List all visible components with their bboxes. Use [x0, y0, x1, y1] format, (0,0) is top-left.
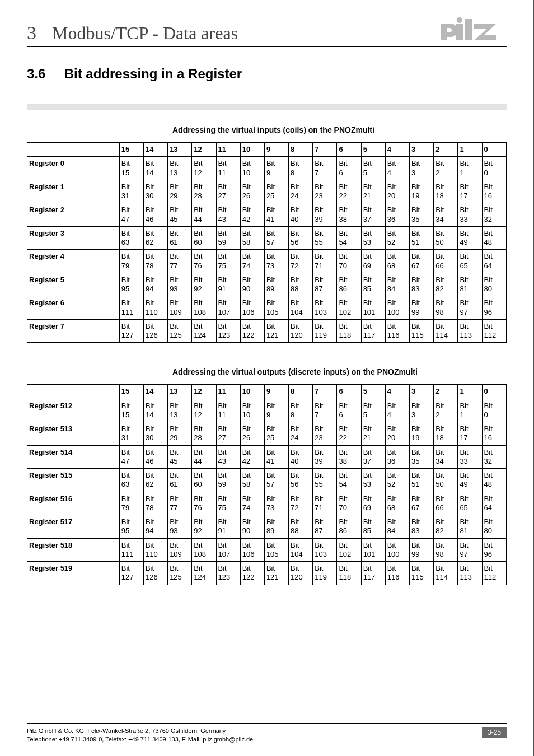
table-cell: Bit85: [361, 273, 385, 296]
table-cell: Bit80: [482, 273, 506, 296]
column-header: 12: [192, 385, 216, 399]
table-cell: Bit23: [313, 422, 337, 446]
table-cell: Bit71: [313, 250, 337, 273]
table-cell: Bit85: [361, 515, 385, 539]
footer-line1: Pilz GmbH & Co. KG, Felix-Wankel-Straße …: [27, 727, 253, 735]
table-cell: Bit111: [119, 296, 143, 320]
table-cell: Bit17: [458, 180, 482, 203]
chapter-number: 3: [27, 22, 36, 44]
table-cell: Bit17: [458, 422, 482, 446]
table-cell: Bit98: [434, 538, 458, 562]
table-row: Register 514Bit47Bit46Bit45Bit44Bit43Bit…: [27, 445, 507, 469]
table-cell: Bit27: [216, 180, 240, 203]
table-cell: Bit14: [143, 157, 167, 180]
row-header: Register 2: [27, 203, 120, 227]
table-cell: Bit101: [361, 296, 385, 320]
table-cell: Bit113: [458, 562, 482, 585]
table-cell: Bit90: [240, 273, 264, 296]
table-cell: Bit91: [216, 273, 240, 296]
table-cell: Bit55: [313, 226, 337, 250]
table-cell: Bit109: [168, 296, 192, 320]
table-cell: Bit112: [482, 319, 506, 343]
table-cell: Bit97: [458, 296, 482, 320]
table-cell: Bit30: [143, 180, 167, 203]
table-cell: Bit53: [361, 469, 385, 492]
table-cell: Bit44: [192, 445, 216, 469]
table-cell: Bit107: [216, 538, 240, 562]
table-cell: Bit55: [313, 469, 337, 492]
table-cell: Bit121: [264, 319, 288, 343]
table-cell: Bit101: [361, 538, 385, 562]
column-header: 12: [192, 143, 216, 157]
table-cell: Bit69: [361, 492, 385, 515]
table-cell: Bit72: [289, 492, 313, 515]
row-header: Register 517: [27, 515, 120, 539]
svg-point-0: [457, 17, 462, 23]
table-cell: Bit119: [313, 319, 337, 343]
table-cell: Bit13: [168, 399, 192, 422]
table-cell: Bit81: [458, 515, 482, 539]
table-cell: Bit35: [410, 445, 434, 469]
table-cell: Bit40: [289, 445, 313, 469]
column-header: 8: [289, 385, 313, 399]
table-cell: Bit43: [216, 445, 240, 469]
table-cell: Bit104: [289, 538, 313, 562]
table-caption: Addressing the virtual inputs (coils) on…: [27, 125, 507, 134]
table-cell: Bit19: [410, 422, 434, 446]
table-cell: Bit12: [192, 157, 216, 180]
grey-divider: [27, 104, 507, 110]
table-cell: Bit32: [482, 445, 506, 469]
table-cell: Bit88: [289, 515, 313, 539]
table-cell: Bit48: [482, 469, 506, 492]
table-cell: Bit28: [192, 422, 216, 446]
page-header: 3 Modbus/TCP - Data areas: [27, 17, 507, 47]
table-cell: Bit65: [458, 492, 482, 515]
table-cell: Bit16: [482, 180, 506, 203]
table-cell: Bit26: [240, 180, 264, 203]
table-cell: Bit61: [168, 469, 192, 492]
table-cell: Bit13: [168, 157, 192, 180]
column-header: 14: [143, 385, 167, 399]
table-cell: Bit1: [458, 157, 482, 180]
section-title: Bit addressing in a Register: [64, 66, 242, 81]
table-cell: Bit92: [192, 515, 216, 539]
table-cell: Bit113: [458, 319, 482, 343]
table-cell: Bit46: [143, 203, 167, 227]
table-cell: Bit15: [119, 399, 143, 422]
table-cell: Bit127: [119, 319, 143, 343]
table-cell: Bit60: [192, 226, 216, 250]
table-cell: Bit93: [168, 273, 192, 296]
table-cell: Bit65: [458, 250, 482, 273]
table-cell: Bit41: [264, 203, 288, 227]
table-cell: Bit59: [216, 226, 240, 250]
row-header: Register 5: [27, 273, 120, 296]
table-cell: Bit34: [434, 203, 458, 227]
table-cell: Bit82: [434, 273, 458, 296]
table-cell: Bit120: [289, 319, 313, 343]
column-header: 3: [410, 385, 434, 399]
table-cell: Bit119: [313, 562, 337, 585]
table-cell: Bit30: [143, 422, 167, 446]
table-cell: Bit6: [337, 157, 361, 180]
table-cell: Bit63: [119, 469, 143, 492]
table-cell: Bit54: [337, 226, 361, 250]
column-header: 11: [216, 385, 240, 399]
table-cell: Bit44: [192, 203, 216, 227]
table-cell: Bit73: [264, 492, 288, 515]
table-cell: Bit52: [385, 226, 409, 250]
table-cell: Bit104: [289, 296, 313, 320]
table-cell: Bit42: [240, 445, 264, 469]
table-cell: Bit54: [337, 469, 361, 492]
table-cell: Bit47: [119, 203, 143, 227]
table-cell: Bit56: [289, 226, 313, 250]
table-cell: Bit96: [482, 538, 506, 562]
column-header: 1: [458, 385, 482, 399]
row-header: Register 0: [27, 157, 120, 180]
table-cell: Bit50: [434, 226, 458, 250]
table-cell: Bit41: [264, 445, 288, 469]
table-cell: Bit123: [216, 562, 240, 585]
table-cell: Bit27: [216, 422, 240, 446]
table-cell: Bit58: [240, 469, 264, 492]
table-cell: Bit71: [313, 492, 337, 515]
table-cell: Bit73: [264, 250, 288, 273]
